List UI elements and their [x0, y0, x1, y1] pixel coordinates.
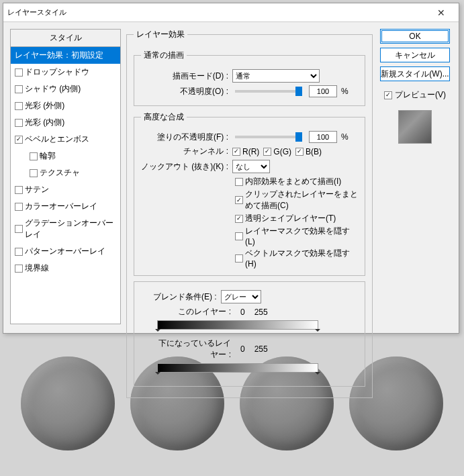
- close-icon: ✕: [437, 7, 445, 18]
- blend-if-label: ブレンド条件(E) :: [153, 291, 217, 303]
- advanced-check[interactable]: 内部効果をまとめて描画(I): [235, 176, 358, 187]
- normal-blending-group: 通常の描画 描画モード(D) : 通常 不透明度(O) : %: [134, 50, 365, 106]
- style-item[interactable]: 光彩 (内側): [11, 114, 120, 131]
- titlebar-title: レイヤースタイル: [7, 7, 66, 17]
- advanced-check[interactable]: ベクトルマスクで効果を隠す(H): [235, 248, 358, 269]
- style-item[interactable]: テクスチャ: [11, 164, 120, 181]
- under-layer-high: 255: [254, 344, 268, 354]
- style-item-label: 光彩 (内側): [25, 117, 64, 128]
- triangle-icon: [155, 372, 160, 377]
- checkbox-icon: [235, 215, 243, 223]
- style-item-label: 輪郭: [40, 150, 56, 162]
- under-layer-label: 下になっているレイヤー :: [157, 338, 231, 361]
- channels-label: チャンネル :: [141, 146, 228, 157]
- style-item[interactable]: グラデーションオーバーレイ: [11, 215, 120, 243]
- right-column: OK キャンセル 新規スタイル(W)... プレビュー(V): [378, 29, 452, 324]
- checkbox-icon: [15, 136, 23, 144]
- style-item[interactable]: サテン: [11, 181, 120, 198]
- layer-effect-group: レイヤー効果 通常の描画 描画モード(D) : 通常 不透明度(O) : %: [126, 29, 373, 398]
- checkbox-icon: [30, 152, 38, 160]
- style-item[interactable]: 境界線: [11, 260, 120, 277]
- checkbox-icon: [235, 232, 243, 240]
- checkbox-icon: [295, 148, 304, 156]
- checkbox-icon: [235, 178, 243, 186]
- opacity-label: 不透明度(O) :: [141, 86, 228, 97]
- style-item-label: 光彩 (外側): [25, 100, 64, 111]
- checkbox-icon: [15, 85, 23, 93]
- checkbox-icon: [15, 225, 23, 233]
- sphere-preview: [21, 356, 115, 450]
- under-layer-range[interactable]: [157, 363, 318, 373]
- style-item[interactable]: パターンオーバーレイ: [11, 243, 120, 260]
- style-list-header: スタイル: [11, 30, 120, 47]
- slider-thumb-icon: [295, 132, 302, 142]
- advanced-check[interactable]: 透明シェイプレイヤー(T): [235, 213, 358, 224]
- ok-button[interactable]: OK: [380, 29, 450, 44]
- fill-opacity-slider[interactable]: [235, 136, 302, 138]
- style-item-label: カラーオーバーレイ: [25, 201, 97, 212]
- style-item-label: 境界線: [25, 263, 49, 274]
- checkbox-icon: [15, 68, 23, 77]
- style-item[interactable]: 光彩 (外側): [11, 97, 120, 114]
- style-list: スタイル レイヤー効果：初期設定ドロップシャドウシャドウ (内側)光彩 (外側)…: [10, 29, 121, 324]
- checkbox-icon: [15, 265, 23, 273]
- channel-b[interactable]: B(B): [295, 147, 322, 156]
- center-panel: レイヤー効果 通常の描画 描画モード(D) : 通常 不透明度(O) : %: [126, 29, 373, 324]
- style-item-label: テクスチャ: [40, 167, 80, 179]
- this-layer-range[interactable]: [157, 320, 318, 330]
- triangle-icon: [315, 329, 320, 334]
- checkbox-icon: [235, 196, 243, 204]
- style-item-label: グラデーションオーバーレイ: [25, 218, 116, 240]
- style-item-label: レイヤー効果：初期設定: [15, 50, 103, 61]
- preview-checkbox[interactable]: プレビュー(V): [384, 89, 446, 101]
- advanced-legend: 高度な合成: [141, 111, 187, 123]
- checkbox-icon: [15, 119, 23, 127]
- checkbox-icon: [15, 248, 23, 256]
- this-layer-high: 255: [254, 307, 268, 317]
- checkbox-icon: [30, 169, 38, 177]
- advanced-check[interactable]: レイヤーマスクで効果を隠す(L): [235, 226, 358, 246]
- triangle-icon: [155, 329, 160, 334]
- layer-style-dialog: レイヤースタイル ✕ スタイル レイヤー効果：初期設定ドロップシャドウシャドウ …: [3, 3, 459, 334]
- style-item-label: サテン: [25, 184, 49, 195]
- style-list-items: レイヤー効果：初期設定ドロップシャドウシャドウ (内側)光彩 (外側)光彩 (内…: [11, 47, 120, 277]
- new-style-button[interactable]: 新規スタイル(W)...: [380, 66, 450, 81]
- knockout-label: ノックアウト (抜き)(K) :: [141, 161, 228, 173]
- style-item[interactable]: ドロップシャドウ: [11, 64, 120, 81]
- blend-mode-label: 描画モード(D) :: [141, 70, 228, 82]
- normal-blending-legend: 通常の描画: [141, 50, 187, 61]
- titlebar: レイヤースタイル ✕: [3, 3, 459, 22]
- triangle-icon: [315, 372, 320, 377]
- channel-r[interactable]: R(R): [232, 147, 259, 156]
- channel-g[interactable]: G(G): [263, 147, 291, 156]
- checkbox-icon: [15, 102, 23, 110]
- checkbox-icon: [15, 203, 23, 211]
- blend-if-select[interactable]: グレー: [221, 290, 261, 303]
- layer-effect-legend: レイヤー効果: [134, 29, 187, 40]
- style-item[interactable]: レイヤー効果：初期設定: [11, 47, 120, 64]
- under-layer-low: 0: [240, 344, 245, 354]
- checkbox-icon: [384, 91, 392, 99]
- blend-if-group: ブレンド条件(E) : グレー このレイヤー : 0 255 下になっているレイ…: [134, 281, 365, 387]
- opacity-input[interactable]: [309, 85, 337, 97]
- checkbox-icon: [263, 148, 271, 156]
- fill-opacity-label: 塗りの不透明度(F) :: [141, 132, 228, 143]
- cancel-button[interactable]: キャンセル: [380, 48, 450, 62]
- advanced-check[interactable]: クリップされたレイヤーをまとめて描画(C): [235, 189, 358, 211]
- close-button[interactable]: ✕: [428, 5, 455, 21]
- style-item-label: シャドウ (内側): [25, 83, 81, 95]
- this-layer-label: このレイヤー :: [157, 306, 231, 318]
- opacity-slider[interactable]: [235, 90, 302, 93]
- slider-thumb-icon: [295, 87, 302, 96]
- checkbox-icon: [232, 148, 240, 156]
- fill-opacity-unit: %: [341, 132, 349, 142]
- style-item[interactable]: シャドウ (内側): [11, 81, 120, 97]
- style-item[interactable]: 輪郭: [11, 148, 120, 164]
- opacity-unit: %: [341, 87, 349, 96]
- advanced-compositing-group: 高度な合成 塗りの不透明度(F) : % チャンネル : R(R) G(G) B…: [134, 111, 365, 276]
- fill-opacity-input[interactable]: [309, 131, 337, 143]
- style-item[interactable]: ベベルとエンボス: [11, 131, 120, 148]
- blend-mode-select[interactable]: 通常: [232, 69, 320, 83]
- style-item[interactable]: カラーオーバーレイ: [11, 198, 120, 215]
- knockout-select[interactable]: なし: [232, 160, 270, 173]
